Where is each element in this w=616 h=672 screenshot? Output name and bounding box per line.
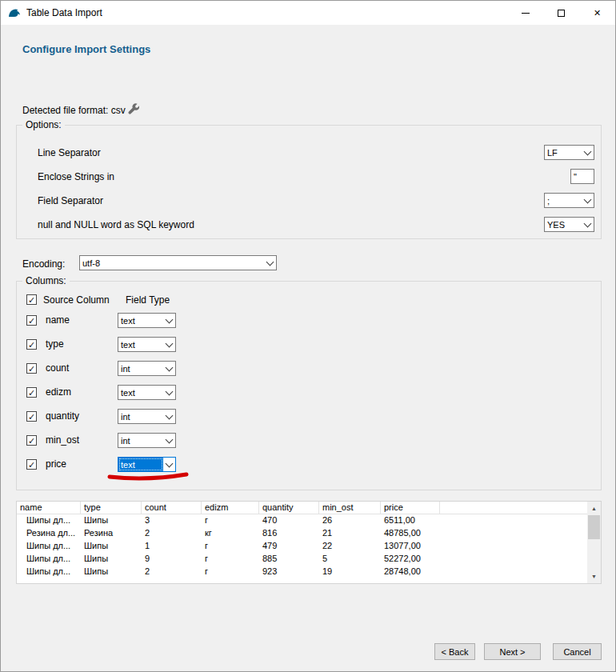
columns-legend: Columns: bbox=[22, 275, 70, 286]
field-type-select[interactable]: text bbox=[118, 457, 176, 472]
scrollbar-thumb[interactable] bbox=[588, 515, 600, 539]
preview-row[interactable]: Шипы дл...Шипы3г470266511,00 bbox=[17, 514, 587, 527]
chevron-down-icon bbox=[163, 410, 175, 423]
field-type-header: Field Type bbox=[126, 294, 170, 306]
chevron-down-icon bbox=[582, 218, 594, 231]
field-type-select[interactable]: int bbox=[118, 409, 176, 424]
line-separator-label: Line Separator bbox=[38, 147, 101, 158]
column-row: pricetext bbox=[17, 456, 601, 480]
source-column-label: count bbox=[46, 362, 69, 374]
preview-cell: Резина дл... bbox=[17, 527, 81, 540]
preview-cell: Шипы bbox=[81, 540, 142, 553]
preview-row[interactable]: Шипы дл...Шипы2г9231928748,00 bbox=[17, 566, 587, 578]
preview-header-row: nametypecountedizmquantitymin_ostprice bbox=[17, 502, 587, 514]
titlebar[interactable]: Table Data Import bbox=[1, 1, 615, 25]
preview-column-header[interactable]: quantity bbox=[259, 502, 319, 514]
field-type-value: text bbox=[118, 314, 163, 327]
back-button[interactable]: < Back bbox=[434, 643, 475, 660]
column-checkbox[interactable] bbox=[26, 315, 37, 326]
options-legend: Options: bbox=[22, 119, 65, 130]
field-type-select[interactable]: text bbox=[118, 313, 176, 328]
line-separator-select[interactable]: LF bbox=[544, 145, 594, 160]
select-all-columns-checkbox[interactable] bbox=[26, 294, 37, 305]
column-row: min_ostint bbox=[17, 432, 601, 456]
preview-row[interactable]: Шипы дл...Шипы1г4792213077,00 bbox=[17, 540, 587, 553]
preview-row[interactable]: Резина дл...Резина2кг8162148785,00 bbox=[17, 527, 587, 540]
preview-cell: Шипы bbox=[81, 514, 142, 527]
column-checkbox[interactable] bbox=[26, 387, 37, 398]
minimize-button[interactable] bbox=[507, 1, 543, 25]
field-type-select[interactable]: int bbox=[118, 361, 176, 376]
preview-column-header[interactable]: name bbox=[17, 502, 81, 514]
preview-cell: кг bbox=[202, 527, 259, 540]
field-type-value: int bbox=[118, 362, 163, 375]
null-keyword-select[interactable]: YES bbox=[544, 217, 594, 232]
close-button[interactable] bbox=[579, 1, 615, 25]
enclose-strings-input[interactable]: " bbox=[570, 169, 594, 184]
preview-column-header[interactable]: price bbox=[381, 502, 440, 514]
preview-cell: Резина bbox=[81, 527, 142, 540]
columns-rows: nametexttypetextcountintedizmtextquantit… bbox=[17, 312, 601, 480]
column-row: quantityint bbox=[17, 408, 601, 432]
scroll-down-icon[interactable]: ▼ bbox=[587, 570, 601, 583]
field-type-value: text bbox=[118, 338, 163, 351]
wrench-icon[interactable] bbox=[127, 102, 139, 114]
field-type-select[interactable]: text bbox=[118, 385, 176, 400]
preview-cell: 885 bbox=[259, 553, 319, 566]
preview-cell: Шипы дл... bbox=[17, 553, 81, 566]
preview-cell: 26 bbox=[319, 514, 381, 527]
preview-column-header[interactable]: edizm bbox=[202, 502, 259, 514]
preview-cell: 3 bbox=[142, 514, 202, 527]
next-button[interactable]: Next > bbox=[484, 643, 541, 660]
preview-header-filler bbox=[440, 502, 587, 514]
field-type-select[interactable]: text bbox=[118, 337, 176, 352]
encoding-label: Encoding: bbox=[22, 258, 65, 270]
check-icon bbox=[28, 411, 35, 422]
preview-cell: Шипы bbox=[81, 566, 142, 578]
window-title: Table Data Import bbox=[26, 7, 102, 18]
field-separator-select[interactable]: ; bbox=[544, 193, 594, 208]
enclose-strings-value: " bbox=[574, 172, 577, 182]
chevron-down-icon bbox=[163, 314, 175, 327]
null-keyword-value: YES bbox=[545, 218, 582, 231]
column-row: nametext bbox=[17, 312, 601, 336]
preview-column-header[interactable]: type bbox=[81, 502, 142, 514]
preview-cell: 28748,00 bbox=[381, 566, 440, 578]
preview-cell: Шипы дл... bbox=[17, 514, 81, 527]
mysql-workbench-icon bbox=[8, 6, 21, 19]
preview-cell: 2 bbox=[142, 566, 202, 578]
preview-cell: 479 bbox=[259, 540, 319, 553]
chevron-down-icon bbox=[163, 434, 175, 447]
preview-row[interactable]: Шипы дл...Шипы9г885552272,00 bbox=[17, 553, 587, 566]
table-data-import-window: Table Data Import Configure Import Setti… bbox=[0, 0, 616, 672]
preview-cell: 13077,00 bbox=[381, 540, 440, 553]
null-keyword-label: null and NULL word as SQL keyword bbox=[38, 219, 194, 230]
encoding-select[interactable]: utf-8 bbox=[79, 255, 277, 270]
maximize-button[interactable] bbox=[543, 1, 579, 25]
column-checkbox[interactable] bbox=[26, 339, 37, 350]
check-icon bbox=[28, 294, 35, 306]
column-checkbox[interactable] bbox=[26, 411, 37, 422]
preview-column-header[interactable]: count bbox=[142, 502, 202, 514]
check-icon bbox=[28, 315, 35, 326]
close-icon bbox=[594, 7, 601, 18]
check-icon bbox=[28, 459, 35, 470]
preview-cell: 923 bbox=[259, 566, 319, 578]
column-row: typetext bbox=[17, 336, 601, 360]
line-separator-value: LF bbox=[545, 146, 582, 159]
vertical-scrollbar[interactable]: ▲ ▼ bbox=[587, 502, 601, 583]
preview-table: nametypecountedizmquantitymin_ostprice Ш… bbox=[16, 501, 602, 584]
scroll-up-icon[interactable]: ▲ bbox=[587, 502, 601, 515]
field-type-select[interactable]: int bbox=[118, 433, 176, 448]
preview-cell: г bbox=[202, 566, 259, 578]
cancel-button[interactable]: Cancel bbox=[553, 643, 602, 660]
column-checkbox[interactable] bbox=[26, 363, 37, 374]
column-checkbox[interactable] bbox=[26, 435, 37, 446]
preview-column-header[interactable]: min_ost bbox=[319, 502, 381, 514]
preview-cell: Шипы дл... bbox=[17, 566, 81, 578]
column-checkbox[interactable] bbox=[26, 459, 37, 470]
minimize-icon bbox=[522, 13, 530, 14]
columns-group: Columns: Source Column Field Type namete… bbox=[16, 281, 602, 490]
preview-cell: 470 bbox=[259, 514, 319, 527]
check-icon bbox=[28, 387, 35, 398]
